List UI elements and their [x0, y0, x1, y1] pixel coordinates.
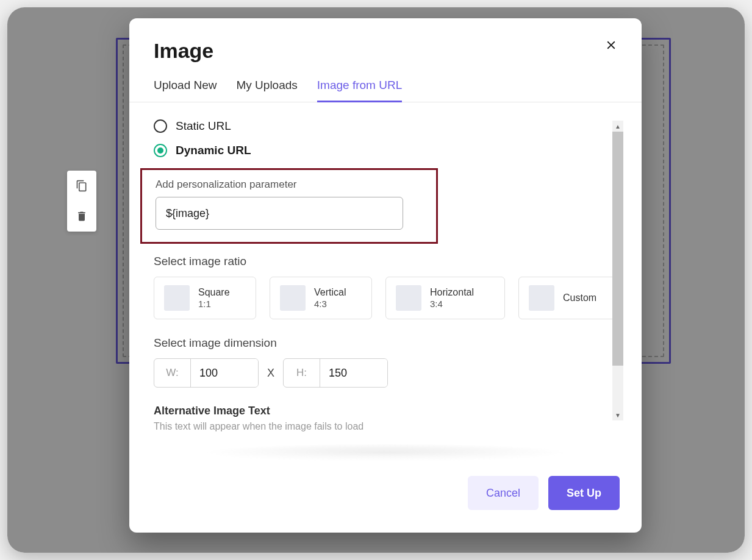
modal-title: Image — [154, 39, 617, 63]
radio-dynamic-url[interactable]: Dynamic URL — [154, 144, 617, 157]
block-toolbar — [67, 171, 96, 232]
modal-footer: Cancel Set Up — [129, 466, 642, 533]
ratio-thumb-icon — [280, 285, 306, 311]
ratio-name: Vertical — [314, 286, 346, 299]
dimension-width-prefix: W: — [154, 359, 191, 387]
tab-my-uploads[interactable]: My Uploads — [237, 76, 298, 102]
scroll-shadow — [202, 444, 568, 462]
modal-body: ▲ ▼ Static URL Dynamic URL Add personali… — [129, 102, 642, 466]
dimension-width-group: W: — [154, 358, 259, 388]
image-modal: Image Upload New My Uploads Image from U… — [129, 18, 642, 533]
cancel-button[interactable]: Cancel — [468, 476, 539, 510]
app-frame: Image Upload New My Uploads Image from U… — [7, 7, 745, 553]
ratio-name: Custom — [563, 292, 596, 304]
radio-label-dynamic: Dynamic URL — [176, 144, 251, 157]
dimension-height-group: H: — [283, 358, 388, 388]
scroll-thumb[interactable] — [612, 132, 623, 366]
ratio-thumb-icon — [396, 285, 421, 311]
scroll-down-arrow[interactable]: ▼ — [612, 409, 623, 420]
copy-icon — [76, 180, 88, 192]
close-icon — [604, 38, 618, 52]
dimension-row: W: X H: — [154, 358, 617, 388]
ratio-name: Square — [198, 286, 230, 299]
close-button[interactable] — [601, 35, 621, 55]
scroll-up-arrow[interactable]: ▲ — [612, 121, 623, 132]
scrollbar[interactable]: ▲ ▼ — [612, 121, 623, 420]
ratio-option-square[interactable]: Square 1:1 — [154, 277, 256, 319]
duplicate-button[interactable] — [67, 171, 96, 201]
alt-text-title: Alternative Image Text — [154, 405, 617, 417]
ratio-sub: 3:4 — [430, 299, 474, 310]
setup-button[interactable]: Set Up — [548, 476, 620, 510]
ratio-option-custom[interactable]: Custom — [518, 277, 621, 319]
tab-image-from-url[interactable]: Image from URL — [317, 76, 402, 102]
ratio-sub: 4:3 — [314, 299, 346, 310]
personalization-input[interactable] — [156, 197, 403, 230]
dimension-separator: X — [267, 367, 274, 380]
ratio-option-horizontal[interactable]: Horizontal 3:4 — [385, 277, 505, 319]
personalization-label: Add personalization parameter — [156, 179, 423, 191]
scroll-fade — [154, 441, 605, 466]
dimension-height-prefix: H: — [284, 359, 320, 387]
modal-header: Image — [129, 18, 642, 76]
modal-tabs: Upload New My Uploads Image from URL — [129, 76, 642, 102]
ratio-options: Square 1:1 Vertical 4:3 Horizontal 3:4 — [154, 277, 611, 319]
dimension-height-input[interactable] — [320, 359, 387, 387]
alt-text-subtitle: This text will appear when the image fai… — [154, 421, 617, 432]
ratio-sub: 1:1 — [198, 299, 230, 310]
delete-button[interactable] — [67, 201, 96, 232]
dimension-width-input[interactable] — [191, 359, 258, 387]
radio-label-static: Static URL — [176, 119, 231, 133]
ratio-option-vertical[interactable]: Vertical 4:3 — [270, 277, 372, 319]
ratio-thumb-icon — [529, 285, 554, 311]
radio-icon-unchecked — [154, 119, 167, 133]
radio-icon-checked — [154, 144, 167, 157]
radio-static-url[interactable]: Static URL — [154, 119, 617, 133]
dimension-section-label: Select image dimension — [154, 336, 617, 350]
tab-upload-new[interactable]: Upload New — [154, 76, 217, 102]
personalization-highlight: Add personalization parameter — [140, 168, 438, 244]
ratio-section-label: Select image ratio — [154, 255, 617, 268]
ratio-thumb-icon — [164, 285, 190, 311]
trash-icon — [76, 210, 88, 222]
ratio-name: Horizontal — [430, 286, 474, 299]
